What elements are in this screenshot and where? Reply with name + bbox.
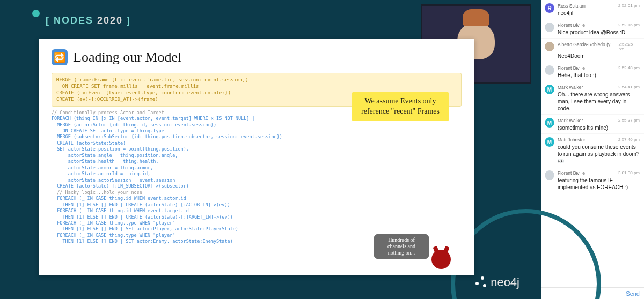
avatar <box>545 65 554 75</box>
chat-message[interactable]: MMark Walker2:55:37 pm(sometimes it's mi… <box>541 115 644 134</box>
chat-text: Nice product idea @Ross :D <box>558 29 640 36</box>
chat-message[interactable]: MMatt Johnston2:57:46 pmcould you consum… <box>541 134 644 167</box>
chat-text: Hehe, that too :) <box>558 72 640 79</box>
video-area: [ NODES 2020 ] 🔁 Loading our Model MERGE… <box>0 0 541 299</box>
chat-text: Neo4Doom <box>558 53 640 59</box>
avatar <box>545 170 554 180</box>
chat-timestamp: 3:01:00 pm <box>618 170 640 176</box>
accent-dot <box>32 10 40 17</box>
chat-message[interactable]: RRoss Sclafani2:52:01 pmneo4jif <box>541 0 644 19</box>
chat-timestamp: 2:54:41 pm <box>618 85 640 90</box>
chat-text: neo4jif <box>558 10 640 17</box>
conference-header: [ NODES 2020 ] <box>46 15 131 26</box>
cacodemon-icon <box>431 250 451 269</box>
chat-author: Florent Biville <box>558 65 585 71</box>
slide: 🔁 Loading our Model MERGE (frame:Frame {… <box>39 39 474 275</box>
chat-author: Florent Biville <box>558 23 585 28</box>
header-year: 2020 <box>97 15 123 26</box>
chat-author: Matt Johnston <box>558 137 586 143</box>
chat-author: Ross Sclafani <box>558 3 586 9</box>
chat-message[interactable]: Florent Biville3:01:00 pmfeaturing the f… <box>541 167 644 193</box>
chat-message[interactable]: MMark Walker2:54:41 pmOh... there are wr… <box>541 81 644 115</box>
header-right: ] <box>123 15 131 26</box>
neo4j-logo: neo4j <box>475 275 519 289</box>
chat-author: Mark Walker <box>558 118 583 123</box>
chat-author: Mark Walker <box>558 85 583 90</box>
chat-text: (sometimes it's mine) <box>558 124 640 131</box>
chat-message[interactable]: Florent Biville2:52:48 pmHehe, that too … <box>541 62 644 81</box>
send-button[interactable]: Send <box>626 290 640 297</box>
code-foreach-block: // Conditionally process Actor and Targe… <box>52 110 462 245</box>
avatar: M <box>545 85 554 94</box>
chat-timestamp: 2:52:48 pm <box>618 65 640 71</box>
chat-text: featuring the famous IF implemented as F… <box>558 177 640 191</box>
chat-timestamp: 2:52:16 pm <box>618 23 640 28</box>
chat-message[interactable]: Alberto Garcia-Robledo (you)2:52:25 pmNe… <box>541 39 644 62</box>
slide-title-row: 🔁 Loading our Model <box>52 49 462 65</box>
neo4j-logo-text: neo4j <box>491 275 519 289</box>
slide-title: Loading our Model <box>73 49 181 65</box>
avatar: M <box>545 137 554 147</box>
neo4j-logo-icon <box>475 276 487 288</box>
chat-timestamp: 2:52:25 pm <box>618 42 640 51</box>
refresh-icon: 🔁 <box>52 49 68 65</box>
chat-text: could you consume these events to run ag… <box>558 144 640 165</box>
chat-author: Florent Biville <box>558 170 585 176</box>
chat-message[interactable]: Florent Biville2:52:16 pmNice product id… <box>541 19 644 39</box>
avatar <box>545 23 554 32</box>
header-left: [ NODES <box>46 15 97 26</box>
speech-bubble: Hundreds of channels and nothing on... <box>374 234 429 259</box>
chat-timestamp: 2:52:01 pm <box>618 3 640 9</box>
chat-timestamp: 2:57:46 pm <box>618 137 640 143</box>
avatar: M <box>545 118 554 128</box>
avatar: R <box>545 3 554 13</box>
chat-timestamp: 2:55:37 pm <box>618 118 640 123</box>
chat-author: Alberto Garcia-Robledo (you) <box>558 42 616 51</box>
sticky-note: We assume Events only reference "recent"… <box>352 92 449 121</box>
chat-text: Oh... there are wrong answers man, I see… <box>558 91 640 112</box>
avatar <box>545 42 554 51</box>
